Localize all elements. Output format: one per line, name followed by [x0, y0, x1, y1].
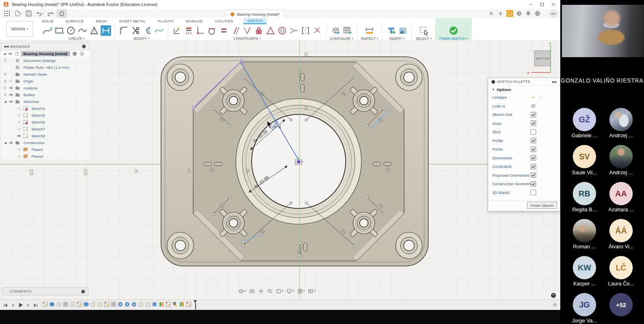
- part-body[interactable]: [161, 57, 428, 266]
- visibility-eye-icon[interactable]: [8, 140, 14, 145]
- orbit-button[interactable]: ▾: [238, 288, 246, 294]
- browser-item-analysis[interactable]: Analysis: [1, 85, 89, 91]
- participant-tile-1[interactable]: GŽGabrielė ...: [567, 108, 602, 145]
- timeline-feature-17-bx-icon[interactable]: [151, 301, 158, 307]
- visibility-eye-icon[interactable]: [17, 126, 22, 132]
- hatch-tool-icon[interactable]: [184, 25, 194, 36]
- close-tab-button[interactable]: [488, 10, 495, 17]
- zoom-button[interactable]: [267, 288, 273, 294]
- fillet-tool-icon[interactable]: [119, 25, 129, 36]
- visibility-eye-icon[interactable]: [17, 154, 22, 159]
- help-button[interactable]: ?: [534, 10, 541, 17]
- browser-item-plane2[interactable]: Plane2: [1, 153, 89, 160]
- browser-item-sketches[interactable]: Sketches: [1, 98, 89, 105]
- app-grid-button[interactable]: [2, 10, 12, 17]
- play-button[interactable]: [17, 301, 24, 309]
- viewcube-face-label[interactable]: BOTTOM: [536, 57, 549, 60]
- close-button[interactable]: [551, 2, 556, 7]
- timeline-feature-16-fl-icon[interactable]: [144, 301, 151, 307]
- trim-tool-icon[interactable]: [130, 25, 141, 36]
- timeline-feature-1-sk-icon[interactable]: [42, 301, 48, 307]
- participant-tile-9[interactable]: KWKacper ...: [567, 256, 602, 293]
- expanded-arrow-icon[interactable]: [3, 140, 8, 145]
- curvature-tool-icon[interactable]: [312, 25, 322, 36]
- workspace-switcher[interactable]: DESIGN▾: [6, 21, 33, 37]
- sync-button[interactable]: [506, 10, 513, 17]
- browser-item-plastic-rule-abs-1-5-mm[interactable]: Plastic Rule: ABS (1,5 mm): [1, 64, 89, 71]
- parallel-tool-icon[interactable]: [230, 25, 241, 36]
- checkbox-sketch-grid[interactable]: [530, 112, 536, 118]
- checkbox-profile[interactable]: [530, 138, 536, 143]
- timeline-feature-8-ch-icon[interactable]: [90, 301, 96, 307]
- timeline-feature-9-fl-icon[interactable]: [97, 301, 103, 307]
- concentric-tool-icon[interactable]: [277, 25, 287, 36]
- perpendicular-tool-icon[interactable]: [242, 25, 252, 36]
- visibility-eye-icon[interactable]: [17, 106, 22, 111]
- cone-tool-icon[interactable]: [89, 25, 99, 36]
- tab-sheet-metal[interactable]: SHEET METAL: [118, 18, 147, 24]
- checkbox-projected-geometries[interactable]: [530, 172, 536, 178]
- tab-surface[interactable]: SURFACE: [64, 18, 85, 24]
- maximize-button[interactable]: [539, 2, 545, 7]
- save-button[interactable]: [24, 10, 33, 17]
- browser-item-origin[interactable]: Origin: [1, 78, 89, 85]
- visibility-eye-icon[interactable]: [17, 120, 22, 125]
- browser-item-sketch6[interactable]: Sketch6: [1, 119, 89, 126]
- fix-lock-tool-icon[interactable]: [254, 25, 264, 36]
- spline-tool-icon[interactable]: [42, 25, 53, 36]
- step-forward-button[interactable]: [25, 302, 31, 308]
- measure-tool-icon[interactable]: [364, 25, 375, 36]
- browser-item-sketch8[interactable]: Sketch8: [1, 132, 89, 139]
- skip-end-button[interactable]: [33, 302, 39, 308]
- tab-sketch[interactable]: SKETCH: [244, 18, 266, 24]
- collapse-panel-icon[interactable]: ◀◀: [4, 45, 8, 48]
- checkbox-points[interactable]: [530, 147, 536, 152]
- participant-tile-3[interactable]: SVSaulė Vil...: [567, 145, 602, 182]
- expanded-arrow-icon[interactable]: [2, 52, 7, 56]
- redo-button[interactable]: ▾: [46, 10, 55, 17]
- tab-mesh[interactable]: MESH: [94, 18, 109, 24]
- free-spline-tool-icon[interactable]: [154, 25, 164, 36]
- browser-item-sketch7[interactable]: Sketch7: [1, 126, 89, 132]
- timeline-feature-11-rv-icon[interactable]: [110, 301, 117, 307]
- pan-button[interactable]: [258, 288, 264, 294]
- grid-settings-button[interactable]: ▾: [297, 288, 305, 294]
- participant-tile-4[interactable]: Andrzej ...: [604, 145, 638, 182]
- collapsed-arrow-icon[interactable]: [3, 79, 8, 83]
- checkbox-3d-sketch[interactable]: [530, 190, 536, 195]
- tangent-arc-tool-icon[interactable]: [207, 25, 217, 36]
- new-tab-button[interactable]: [497, 10, 504, 17]
- home-button[interactable]: [57, 9, 67, 18]
- participant-tile-12[interactable]: +52: [604, 293, 638, 324]
- participant-tile-10[interactable]: LČLaura Če...: [604, 256, 638, 293]
- timeline-feature-10-sk-icon[interactable]: [103, 301, 110, 307]
- expanded-arrow-icon[interactable]: [3, 99, 8, 104]
- viewports-button[interactable]: ▾: [308, 288, 316, 294]
- browser-item-document-settings[interactable]: Document Settings: [1, 57, 89, 64]
- browser-item-root[interactable]: Bearing Housing (metal): [1, 50, 89, 57]
- visibility-eye-icon[interactable]: [17, 133, 22, 138]
- insert-canvas-tool-icon[interactable]: [398, 25, 408, 36]
- palette-collapse-icon[interactable]: ▶▶: [552, 80, 557, 84]
- file-new-button[interactable]: ▾: [13, 10, 23, 17]
- participant-tile-6[interactable]: AAAzahara ...: [604, 182, 638, 219]
- skip-start-button[interactable]: [2, 302, 8, 308]
- timeline-marker[interactable]: [194, 300, 197, 310]
- finish-check-tool-icon[interactable]: [448, 25, 459, 36]
- look-at-button[interactable]: [249, 288, 255, 294]
- browser-item-named-views[interactable]: Named Views: [1, 71, 89, 78]
- minimize-button[interactable]: [528, 2, 534, 7]
- target-icon[interactable]: [79, 51, 85, 56]
- fit-button[interactable]: ▾: [276, 288, 284, 294]
- symmetry-tool-icon[interactable]: [300, 25, 311, 36]
- select-window-tool-icon[interactable]: [419, 25, 429, 36]
- collapsed-arrow-icon[interactable]: [3, 72, 8, 76]
- equal-tool-icon[interactable]: [219, 25, 229, 36]
- participant-tile-8[interactable]: ÁÁÁlvaro Vi...: [604, 219, 638, 256]
- look-at-icon[interactable]: [530, 103, 536, 109]
- palette-options-section[interactable]: ▼Options: [488, 86, 560, 93]
- linetype-construction-icon[interactable]: [538, 95, 544, 100]
- timeline-feature-22-sk-icon[interactable]: [186, 301, 192, 307]
- bell-button[interactable]: [525, 10, 532, 17]
- timeline-feature-13-ho-icon[interactable]: [124, 301, 130, 307]
